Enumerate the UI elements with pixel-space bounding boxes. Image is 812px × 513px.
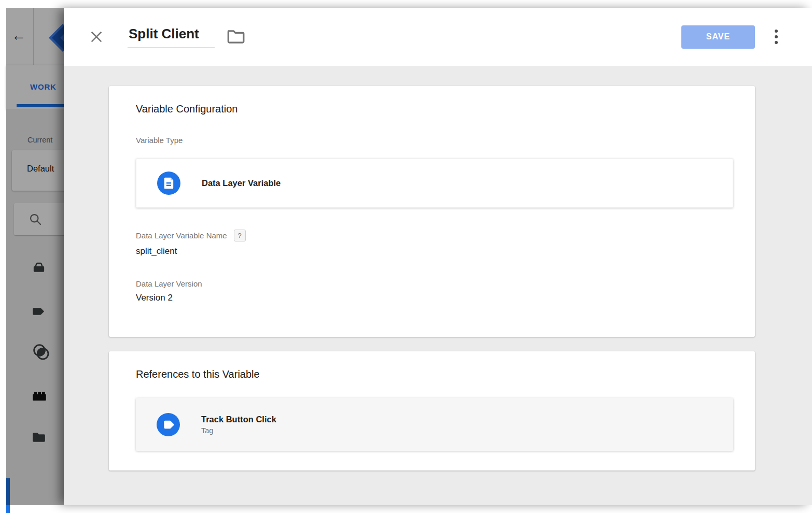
data-layer-version-value: Version 2 bbox=[136, 293, 733, 303]
variable-editor-modal: Split Client SAVE Variable Configuration… bbox=[64, 8, 812, 505]
page-title: Split Client bbox=[129, 26, 199, 41]
save-button[interactable]: SAVE bbox=[681, 25, 755, 49]
variable-name-input[interactable]: Split Client bbox=[128, 26, 215, 48]
variable-configuration-card: Variable Configuration Variable Type Dat… bbox=[109, 86, 755, 337]
data-layer-version-label: Data Layer Version bbox=[136, 279, 733, 288]
references-card: References to this Variable Track Button… bbox=[109, 351, 755, 471]
variable-type-selector[interactable]: Data Layer Variable bbox=[136, 159, 733, 208]
close-icon[interactable] bbox=[88, 28, 105, 45]
more-options-icon[interactable] bbox=[773, 30, 780, 44]
variable-type-label: Variable Type bbox=[136, 136, 733, 145]
modal-header: Split Client SAVE bbox=[64, 8, 812, 66]
reference-subtitle: Tag bbox=[201, 426, 276, 435]
modal-body: Variable Configuration Variable Type Dat… bbox=[64, 66, 812, 471]
tag-reference-icon bbox=[157, 413, 180, 436]
reference-list-item[interactable]: Track Button Click Tag bbox=[136, 398, 733, 451]
move-to-folder-icon[interactable] bbox=[226, 28, 245, 45]
help-icon[interactable]: ? bbox=[234, 230, 246, 241]
reference-title: Track Button Click bbox=[201, 415, 276, 424]
references-heading: References to this Variable bbox=[136, 368, 733, 380]
configuration-heading: Variable Configuration bbox=[136, 103, 733, 115]
gtm-variable-editor: ← WORK Current Default bbox=[0, 0, 812, 513]
data-layer-name-value: split_client bbox=[136, 246, 733, 256]
data-layer-variable-icon bbox=[157, 172, 180, 195]
variable-type-value: Data Layer Variable bbox=[202, 178, 281, 188]
data-layer-name-label: Data Layer Variable Name bbox=[136, 231, 227, 240]
